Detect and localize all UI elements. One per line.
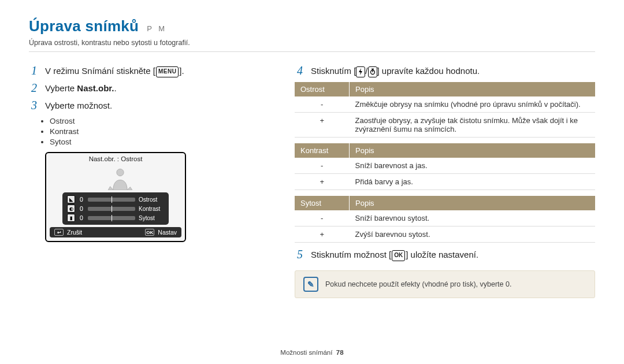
sign-cell: + <box>295 174 350 190</box>
desc-cell: Přidá barvy a jas. <box>350 174 596 190</box>
description-table: OstrostPopis-Změkčuje obrysy na snímku (… <box>295 82 595 138</box>
step-text: Stisknutím možnost [OK] uložíte nastaven… <box>311 248 478 261</box>
step-1: 1 V režimu Snímání stiskněte [MENU]. <box>29 65 277 77</box>
step-text: Stisknutím [/] upravíte každou hodnotu. <box>311 65 480 77</box>
description-table: SytostPopis-Sníží barevnou sytost.+Zvýší… <box>295 196 595 243</box>
table-row: -Sníží barevnou sytost. <box>295 210 595 226</box>
left-column: 1 V režimu Snímání stiskněte [MENU]. 2 V… <box>29 60 277 298</box>
table-row: +Zaostřuje obrysy, a zvyšuje tak čistotu… <box>295 113 595 138</box>
page-subtitle: Úprava ostrosti, kontrastu nebo sytosti … <box>29 39 595 52</box>
heading-row: Úprava snímků P M <box>29 17 595 35</box>
sign-cell: - <box>295 210 350 226</box>
step-5: 5 Stisknutím možnost [OK] uložíte nastav… <box>295 248 595 261</box>
desc-cell: Změkčuje obrysy na snímku (vhodné pro úp… <box>350 96 596 113</box>
footer-label: Zrušit <box>67 229 82 236</box>
camera-screenshot: Nast.obr. : Ostrost ◣ 0 Ostrost ◐ <box>45 152 186 242</box>
sign-cell: - <box>295 96 350 113</box>
osd-label: Sytost <box>139 215 164 221</box>
description-table: KontrastPopis-Sníží barevnost a jas.+Při… <box>295 143 595 190</box>
osd-value: 0 <box>79 196 84 203</box>
osd-row: ▮ 0 Sytost <box>62 213 169 222</box>
osd-label: Ostrost <box>139 196 164 203</box>
page-title-modes: P M <box>147 24 167 33</box>
option-bullets: Ostrost Kontrast Sytost <box>50 117 277 146</box>
step-number: 2 <box>29 82 39 94</box>
screenshot-footer: ↩ Zrušit OK Nastav <box>50 227 181 237</box>
info-text: Pokud nechcete použít efekty (vhodné pro… <box>325 280 511 288</box>
step-number: 1 <box>29 65 39 76</box>
step-2: 2 Vyberte Nast.obr.. <box>29 82 277 95</box>
page-title: Úprava snímků <box>29 17 139 35</box>
back-icon: ↩ <box>54 229 64 236</box>
osd-value: 0 <box>79 205 84 212</box>
bullet-item: Kontrast <box>50 127 277 136</box>
sign-cell: + <box>295 113 350 138</box>
ok-icon: OK <box>145 229 154 236</box>
slider-bar <box>88 198 135 202</box>
bullet-item: Sytost <box>50 138 277 146</box>
step-4: 4 Stisknutím [/] upravíte každou hodnotu… <box>295 65 595 77</box>
desc-cell: Zaostřuje obrysy, a zvyšuje tak čistotu … <box>350 113 596 138</box>
osd-row: ◐ 0 Kontrast <box>62 204 169 213</box>
manual-page: Úprava snímků P M Úprava ostrosti, kontr… <box>0 0 624 364</box>
sign-cell: + <box>295 226 350 243</box>
screenshot-title: Nast.obr. : Ostrost <box>46 153 185 164</box>
info-icon: ✎ <box>303 277 318 292</box>
step-text: Vyberte možnost. <box>45 99 112 112</box>
step-text: Vyberte Nast.obr.. <box>45 82 117 95</box>
table-header: Popis <box>350 82 596 96</box>
info-note: ✎ Pokud nechcete použít efekty (vhodné p… <box>295 270 595 298</box>
slider-bar <box>88 216 135 220</box>
step-3: 3 Vyberte možnost. <box>29 99 277 112</box>
step-number: 4 <box>295 65 305 76</box>
table-row: -Změkčuje obrysy na snímku (vhodné pro ú… <box>295 96 595 113</box>
right-column: 4 Stisknutím [/] upravíte každou hodnotu… <box>295 60 595 298</box>
table-header: Popis <box>350 143 596 158</box>
ok-button-icon: OK <box>392 250 405 261</box>
table-header: Kontrast <box>295 143 350 158</box>
desc-cell: Zvýší barevnou sytost. <box>350 226 596 243</box>
sharpness-icon: ◣ <box>67 195 75 203</box>
slider-bar <box>88 207 135 211</box>
desc-cell: Sníží barevnou sytost. <box>350 210 596 226</box>
desc-cell: Sníží barevnost a jas. <box>350 158 596 174</box>
osd-value: 0 <box>79 214 84 221</box>
osd-row: ◣ 0 Ostrost <box>62 195 169 204</box>
table-header: Sytost <box>295 196 350 210</box>
footer-label: Nastav <box>158 229 177 236</box>
flash-icon <box>356 66 365 77</box>
footer-page-number: 78 <box>336 349 344 356</box>
step-number: 3 <box>29 99 39 111</box>
step-number: 5 <box>295 248 305 260</box>
silhouette-icon <box>105 166 135 190</box>
saturation-icon: ▮ <box>67 214 75 222</box>
menu-button-icon: MENU <box>156 66 179 77</box>
table-header: Ostrost <box>295 82 350 96</box>
footer-section: Možnosti snímání <box>280 349 332 356</box>
bullet-item: Ostrost <box>50 117 277 125</box>
contrast-icon: ◐ <box>67 205 75 213</box>
step-text: V režimu Snímání stiskněte [MENU]. <box>45 65 184 77</box>
screenshot-preview <box>52 166 179 190</box>
sign-cell: - <box>295 158 350 174</box>
table-header: Popis <box>350 196 596 210</box>
table-row: +Zvýší barevnou sytost. <box>295 226 595 243</box>
page-footer: Možnosti snímání 78 <box>0 349 624 356</box>
osd-label: Kontrast <box>139 206 164 212</box>
table-row: +Přidá barvy a jas. <box>295 174 595 190</box>
screenshot-osd: ◣ 0 Ostrost ◐ 0 Kontrast ▮ 0 <box>62 192 169 225</box>
timer-icon <box>368 66 377 77</box>
table-row: -Sníží barevnost a jas. <box>295 158 595 174</box>
